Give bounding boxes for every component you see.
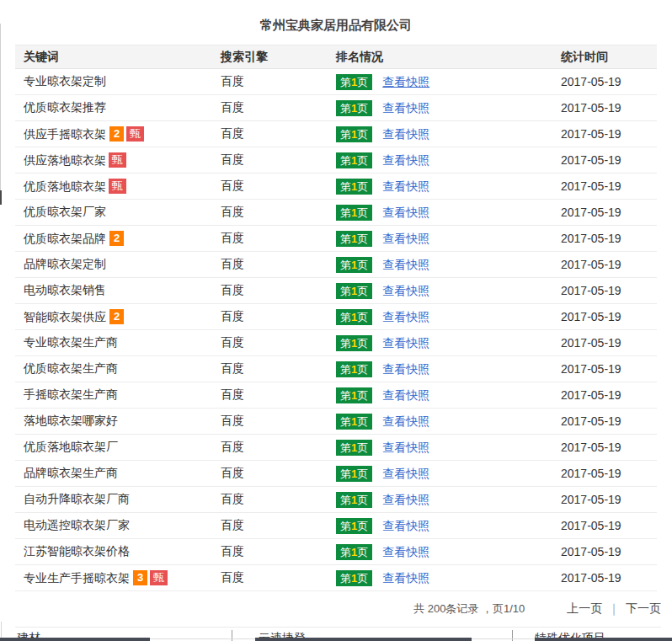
keyword-cell: 优质晾衣架生产商 xyxy=(15,356,212,382)
zhen-badge: 甄 xyxy=(109,152,126,168)
snapshot-link[interactable]: 查看快照 xyxy=(382,75,429,88)
page-rank-badge: 第1页 xyxy=(336,414,372,430)
page-rank-badge: 第1页 xyxy=(336,309,372,325)
page-rank-badge: 第1页 xyxy=(336,387,372,403)
stat-date-cell: 2017-05-19 xyxy=(552,304,657,330)
rank-badge-prefix: 第 xyxy=(340,441,351,454)
rank-badge-prefix: 第 xyxy=(340,337,351,350)
keyword-text: 智能晾衣架供应 xyxy=(24,310,106,323)
snapshot-link[interactable]: 查看快照 xyxy=(382,101,429,115)
rank-cell: 第1页查看快照 xyxy=(328,174,552,200)
search-engine-cell: 百度 xyxy=(212,565,328,591)
rank-cell: 第1页查看快照 xyxy=(328,409,552,435)
keyword-text: 优质落地晾衣架 xyxy=(24,179,106,193)
page-rank-badge: 第1页 xyxy=(336,335,372,351)
snapshot-link[interactable]: 查看快照 xyxy=(382,493,429,506)
rank-cell: 第1页查看快照 xyxy=(328,435,552,461)
snapshot-link[interactable]: 查看快照 xyxy=(382,467,429,480)
rank-badge-prefix: 第 xyxy=(340,232,351,245)
snapshot-link[interactable]: 查看快照 xyxy=(382,336,429,350)
table-row: 品牌晾衣架定制百度第1页查看快照2017-05-19 xyxy=(15,252,657,278)
snapshot-link[interactable]: 查看快照 xyxy=(382,519,429,532)
snapshot-link[interactable]: 查看快照 xyxy=(382,284,429,297)
stat-date-cell: 2017-05-19 xyxy=(552,278,657,304)
search-engine-cell: 百度 xyxy=(212,95,328,121)
keyword-text: 品牌晾衣架定制 xyxy=(24,257,106,270)
snapshot-link[interactable]: 查看快照 xyxy=(382,388,429,402)
snapshot-link[interactable]: 查看快照 xyxy=(382,414,429,428)
cutoff-underline xyxy=(255,638,472,641)
stat-date-cell: 2017-05-19 xyxy=(552,95,657,121)
snapshot-link[interactable]: 查看快照 xyxy=(382,310,429,323)
snapshot-link[interactable]: 查看快照 xyxy=(382,179,429,193)
rank-badge-suffix: 页 xyxy=(357,415,368,428)
snapshot-link[interactable]: 查看快照 xyxy=(382,127,429,141)
rank-cell: 第1页查看快照 xyxy=(328,200,552,226)
stat-date-cell: 2017-05-19 xyxy=(552,409,657,435)
rank-badge-suffix: 页 xyxy=(357,546,368,558)
pager: 上一页 ｜ 下一页 xyxy=(567,601,661,617)
rank-badge-prefix: 第 xyxy=(340,154,351,167)
search-engine-cell: 百度 xyxy=(212,356,328,382)
stat-date-cell: 2017-05-19 xyxy=(552,487,657,513)
search-engine-cell: 百度 xyxy=(212,513,328,539)
keyword-text: 优质晾衣架品牌 xyxy=(24,232,106,245)
keyword-text: 电动遥控晾衣架厂家 xyxy=(24,518,130,531)
snapshot-link[interactable]: 查看快照 xyxy=(382,232,429,245)
rank-cell: 第1页查看快照 xyxy=(328,304,552,330)
rank-badge-prefix: 第 xyxy=(340,389,351,402)
page-rank-badge: 第1页 xyxy=(336,570,372,586)
keyword-cell: 专业晾衣架定制 xyxy=(15,69,212,95)
snapshot-link[interactable]: 查看快照 xyxy=(382,153,429,167)
snapshot-link[interactable]: 查看快照 xyxy=(382,206,429,219)
snapshot-link[interactable]: 查看快照 xyxy=(382,441,429,454)
page-rank-badge: 第1页 xyxy=(336,283,372,299)
rank-cell: 第1页查看快照 xyxy=(328,565,552,591)
snapshot-link[interactable]: 查看快照 xyxy=(382,571,429,585)
page-rank-badge: 第1页 xyxy=(336,518,372,534)
table-row: 优质晾衣架品牌2百度第1页查看快照2017-05-19 xyxy=(15,226,657,252)
header-search-engine: 搜索引擎 xyxy=(212,45,328,69)
search-engine-cell: 百度 xyxy=(212,69,328,95)
keyword-cell: 江苏智能晾衣架价格 xyxy=(15,539,212,565)
table-row: 供应手摇晾衣架2甄百度第1页查看快照2017-05-19 xyxy=(15,121,657,147)
keyword-cell: 优质晾衣架品牌2 xyxy=(15,226,212,252)
stat-date-cell: 2017-05-19 xyxy=(552,330,657,356)
rank-badge-prefix: 第 xyxy=(340,311,351,323)
pagination-bar: 共 200条记录 ，页1/10 上一页 ｜ 下一页 xyxy=(15,591,661,628)
stat-date-cell: 2017-05-19 xyxy=(552,461,657,487)
page-rank-badge: 第1页 xyxy=(336,492,372,508)
keyword-text: 品牌晾衣架生产商 xyxy=(24,466,118,479)
rank-badge-suffix: 页 xyxy=(357,389,368,402)
table-row: 江苏智能晾衣架价格百度第1页查看快照2017-05-19 xyxy=(15,539,657,565)
left-edge-scroll-tick xyxy=(0,190,2,205)
search-engine-cell: 百度 xyxy=(212,147,328,174)
stat-date-cell: 2017-05-19 xyxy=(552,174,657,200)
snapshot-link[interactable]: 查看快照 xyxy=(382,545,429,558)
snapshot-link[interactable]: 查看快照 xyxy=(382,362,429,376)
keyword-text: 供应落地晾衣架 xyxy=(24,153,106,167)
search-engine-cell: 百度 xyxy=(212,539,328,565)
next-page-button[interactable]: 下一页 xyxy=(626,601,661,617)
rank-badge-suffix: 页 xyxy=(357,467,368,480)
keyword-text: 自动升降晾衣架厂商 xyxy=(24,492,130,505)
rank-cell: 第1页查看快照 xyxy=(328,539,552,565)
zhen-badge: 甄 xyxy=(109,179,126,194)
pager-separator: ｜ xyxy=(608,601,620,617)
keyword-cell: 专业晾衣架生产商 xyxy=(15,330,212,356)
cutoff-underline xyxy=(535,638,672,641)
stat-date-cell: 2017-05-19 xyxy=(552,121,657,147)
page-rank-badge: 第1页 xyxy=(336,361,372,377)
stat-date-cell: 2017-05-19 xyxy=(552,226,657,252)
rank-badge-prefix: 第 xyxy=(340,572,351,585)
table-row: 品牌晾衣架生产商百度第1页查看快照2017-05-19 xyxy=(15,461,657,487)
rank-badge-prefix: 第 xyxy=(340,259,351,271)
snapshot-link[interactable]: 查看快照 xyxy=(382,258,429,271)
position-number-badge: 2 xyxy=(109,231,124,246)
stat-date-cell: 2017-05-19 xyxy=(552,356,657,382)
prev-page-button[interactable]: 上一页 xyxy=(567,601,602,617)
page-rank-badge: 第1页 xyxy=(336,466,372,482)
rank-cell: 第1页查看快照 xyxy=(328,487,552,513)
search-engine-cell: 百度 xyxy=(212,409,328,435)
rank-cell: 第1页查看快照 xyxy=(328,278,552,304)
